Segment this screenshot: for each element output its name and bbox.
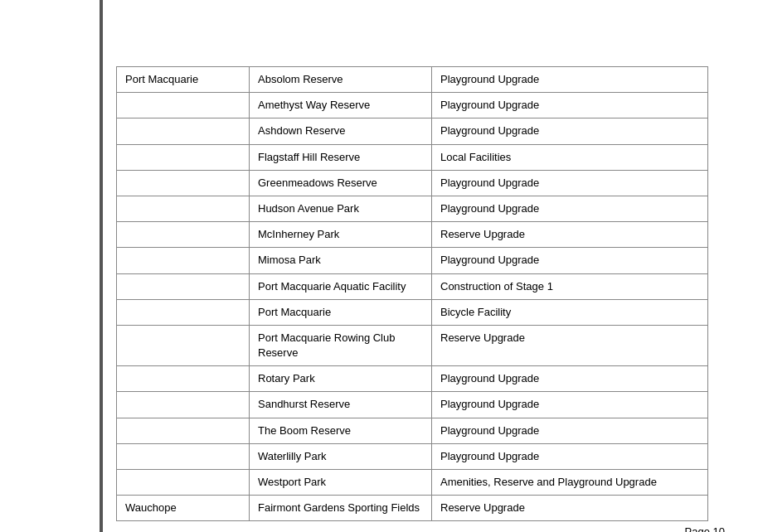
- project-cell: Playground Upgrade: [432, 67, 708, 93]
- suburb-cell: [117, 443, 250, 469]
- table-row: Flagstaff Hill ReserveLocal Facilities: [117, 144, 708, 170]
- table-row: The Boom ReservePlayground Upgrade: [117, 418, 708, 443]
- reserve-cell: Sandhurst Reserve: [250, 392, 432, 418]
- project-cell: Playground Upgrade: [432, 196, 708, 221]
- project-cell: Playground Upgrade: [432, 170, 708, 196]
- reserve-cell: McInherney Park: [250, 222, 432, 248]
- suburb-cell: [117, 470, 250, 496]
- table-row: Amethyst Way ReservePlayground Upgrade: [117, 93, 708, 118]
- table-row: WauchopeFairmont Gardens Sporting Fields…: [117, 496, 708, 521]
- suburb-cell: [117, 93, 250, 118]
- reserve-cell: Waterlilly Park: [250, 443, 432, 469]
- project-cell: Playground Upgrade: [432, 366, 708, 392]
- suburb-cell: Port Macquarie: [117, 67, 250, 93]
- project-cell: Playground Upgrade: [432, 93, 708, 118]
- table-row: Sandhurst ReservePlayground Upgrade: [117, 392, 708, 418]
- table-wrapper: Port MacquarieAbsolom ReservePlayground …: [116, 66, 708, 521]
- table-row: Port Macquarie Rowing Club ReserveReserv…: [117, 325, 708, 365]
- table-row: Rotary ParkPlayground Upgrade: [117, 366, 708, 392]
- suburb-cell: [117, 222, 250, 248]
- project-cell: Construction of Stage 1: [432, 273, 708, 299]
- reserve-cell: Greenmeadows Reserve: [250, 170, 432, 196]
- suburb-cell: [117, 418, 250, 443]
- table-row: Westport ParkAmenities, Reserve and Play…: [117, 470, 708, 496]
- table-row: Port Macquarie Aquatic FacilityConstruct…: [117, 273, 708, 299]
- table-row: McInherney ParkReserve Upgrade: [117, 222, 708, 248]
- reserve-cell: Port Macquarie: [250, 299, 432, 325]
- reserve-cell: Ashdown Reserve: [250, 118, 432, 144]
- reserve-cell: Port Macquarie Rowing Club Reserve: [250, 325, 432, 365]
- project-cell: Playground Upgrade: [432, 418, 708, 443]
- suburb-cell: [117, 170, 250, 196]
- project-cell: Reserve Upgrade: [432, 222, 708, 248]
- suburb-cell: Wauchope: [117, 496, 250, 521]
- suburb-cell: [117, 366, 250, 392]
- suburb-cell: [117, 273, 250, 299]
- table-row: Ashdown ReservePlayground Upgrade: [117, 118, 708, 144]
- project-cell: Playground Upgrade: [432, 248, 708, 273]
- table-row: Greenmeadows ReservePlayground Upgrade: [117, 170, 708, 196]
- project-cell: Playground Upgrade: [432, 443, 708, 469]
- reserve-cell: Westport Park: [250, 470, 432, 496]
- page-container: Port MacquarieAbsolom ReservePlayground …: [0, 0, 758, 532]
- reserve-cell: The Boom Reserve: [250, 418, 432, 443]
- reserve-cell: Rotary Park: [250, 366, 432, 392]
- table-row: Port MacquarieAbsolom ReservePlayground …: [117, 67, 708, 93]
- data-table: Port MacquarieAbsolom ReservePlayground …: [116, 66, 708, 521]
- suburb-cell: [117, 196, 250, 221]
- reserve-cell: Fairmont Gardens Sporting Fields: [250, 496, 432, 521]
- project-cell: Local Facilities: [432, 144, 708, 170]
- suburb-cell: [117, 248, 250, 273]
- table-row: Mimosa ParkPlayground Upgrade: [117, 248, 708, 273]
- project-cell: Bicycle Facility: [432, 299, 708, 325]
- reserve-cell: Amethyst Way Reserve: [250, 93, 432, 118]
- reserve-cell: Mimosa Park: [250, 248, 432, 273]
- page-number: Page 10: [685, 525, 725, 532]
- project-cell: Playground Upgrade: [432, 118, 708, 144]
- suburb-cell: [117, 325, 250, 365]
- reserve-cell: Hudson Avenue Park: [250, 196, 432, 221]
- reserve-cell: Port Macquarie Aquatic Facility: [250, 273, 432, 299]
- reserve-cell: Absolom Reserve: [250, 67, 432, 93]
- table-row: Port MacquarieBicycle Facility: [117, 299, 708, 325]
- left-bar: [100, 0, 103, 532]
- suburb-cell: [117, 299, 250, 325]
- project-cell: Reserve Upgrade: [432, 496, 708, 521]
- project-cell: Reserve Upgrade: [432, 325, 708, 365]
- reserve-cell: Flagstaff Hill Reserve: [250, 144, 432, 170]
- suburb-cell: [117, 392, 250, 418]
- suburb-cell: [117, 144, 250, 170]
- project-cell: Playground Upgrade: [432, 392, 708, 418]
- table-row: Waterlilly ParkPlayground Upgrade: [117, 443, 708, 469]
- suburb-cell: [117, 118, 250, 144]
- project-cell: Amenities, Reserve and Playground Upgrad…: [432, 470, 708, 496]
- table-row: Hudson Avenue ParkPlayground Upgrade: [117, 196, 708, 221]
